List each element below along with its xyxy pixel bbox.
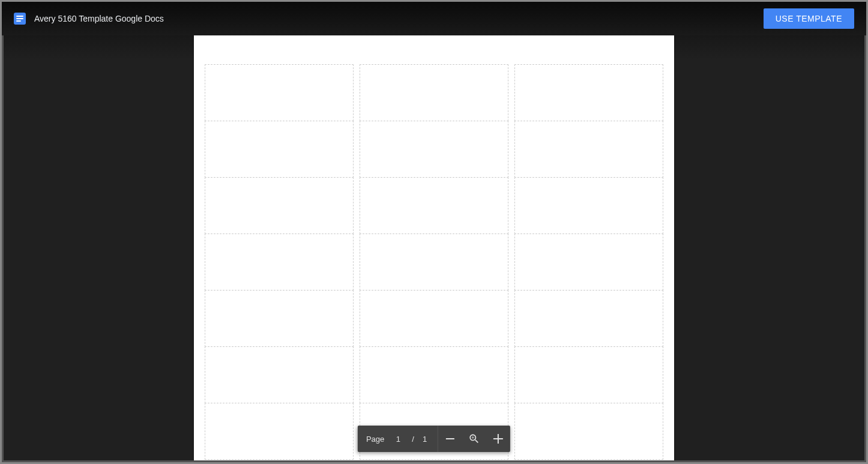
google-docs-icon[interactable]: [14, 13, 26, 25]
label-cell[interactable]: [514, 346, 663, 403]
label-cell[interactable]: [360, 121, 508, 178]
header-bar: Avery 5160 Template Google Docs USE TEMP…: [2, 2, 866, 35]
label-cell[interactable]: [205, 177, 354, 234]
label-cell[interactable]: [514, 121, 663, 178]
zoom-controls: [438, 426, 510, 452]
label-cell[interactable]: [514, 290, 663, 347]
zoom-out-button[interactable]: [438, 426, 462, 452]
page-number-input[interactable]: [390, 435, 406, 444]
label-cell[interactable]: [360, 177, 508, 234]
page-separator: /: [412, 435, 414, 444]
label-cell[interactable]: [360, 64, 508, 121]
document-title: Avery 5160 Template Google Docs: [34, 14, 164, 23]
label-cell[interactable]: [360, 290, 508, 347]
label-cell[interactable]: [205, 64, 354, 121]
zoom-toolbar: Page / 1: [358, 426, 510, 452]
label-cell[interactable]: [205, 290, 354, 347]
page-label: Page: [366, 435, 384, 444]
label-cell[interactable]: [205, 346, 354, 403]
document-viewer[interactable]: Page / 1: [4, 35, 864, 460]
minus-icon: [446, 438, 454, 439]
label-cell[interactable]: [205, 234, 354, 291]
label-cell[interactable]: [514, 234, 663, 291]
label-cell[interactable]: [514, 64, 663, 121]
use-template-button[interactable]: USE TEMPLATE: [764, 8, 854, 29]
label-cell[interactable]: [205, 403, 354, 460]
header-left: Avery 5160 Template Google Docs: [14, 13, 164, 25]
page-indicator: Page / 1: [358, 426, 438, 452]
label-cell[interactable]: [514, 403, 663, 460]
zoom-in-button[interactable]: [486, 426, 510, 452]
label-cell[interactable]: [205, 121, 354, 178]
zoom-fit-icon: [468, 433, 480, 445]
plus-icon: [493, 434, 503, 444]
zoom-fit-button[interactable]: [462, 426, 486, 452]
document-page: [194, 35, 674, 460]
label-cell[interactable]: [360, 346, 508, 403]
label-cell[interactable]: [360, 234, 508, 291]
label-grid: [205, 64, 663, 459]
page-total: 1: [420, 435, 429, 444]
label-cell[interactable]: [514, 177, 663, 234]
